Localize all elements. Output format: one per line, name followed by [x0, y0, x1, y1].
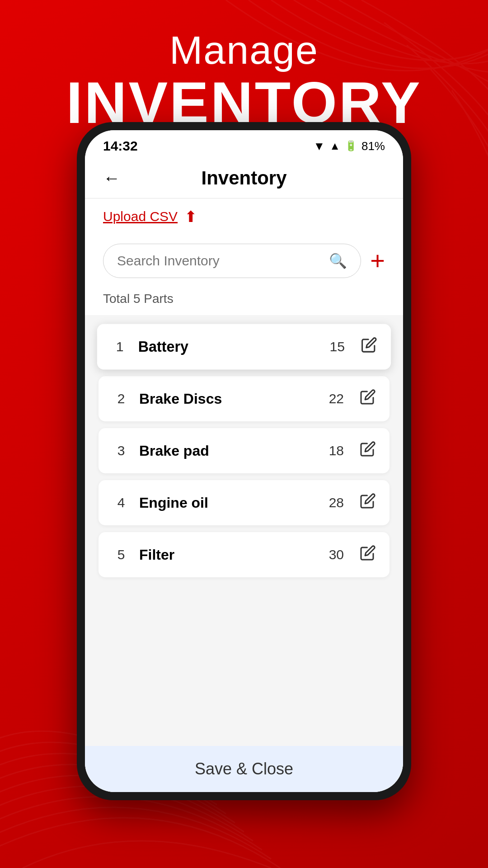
phone-screen: 14:32 ▼ ▲ 🔋 81% ← Inventory Upload CSV ⬆ — [85, 130, 403, 792]
manage-text: Manage — [0, 27, 488, 73]
item-count-4: 28 — [329, 495, 344, 510]
item-number-2: 2 — [112, 391, 130, 406]
item-count-3: 18 — [329, 443, 344, 458]
inventory-item-2[interactable]: 2 Brake Discs 22 — [99, 376, 389, 421]
save-section: Save & Close — [85, 746, 403, 792]
search-icon: 🔍 — [329, 252, 347, 269]
item-name-1: Battery — [138, 338, 321, 355]
item-name-3: Brake pad — [139, 443, 320, 459]
add-item-button[interactable]: + — [370, 248, 385, 274]
header-section: Manage INVENTORY — [0, 0, 488, 132]
item-number-1: 1 — [111, 339, 129, 354]
status-time: 14:32 — [103, 138, 138, 154]
item-number-4: 4 — [112, 495, 130, 510]
item-number-3: 3 — [112, 443, 130, 458]
inventory-item-1[interactable]: 1 Battery 15 — [97, 324, 391, 370]
inventory-item-3[interactable]: 3 Brake pad 18 — [99, 428, 389, 473]
edit-icon-1[interactable] — [361, 337, 377, 357]
item-count-2: 22 — [329, 391, 344, 406]
status-icons: ▼ ▲ 🔋 81% — [313, 139, 385, 153]
item-name-5: Filter — [139, 547, 320, 563]
app-title: Inventory — [201, 167, 286, 189]
search-input[interactable] — [117, 253, 322, 269]
back-button[interactable]: ← — [103, 169, 120, 188]
app-content: Upload CSV ⬆ 🔍 + Total 5 Parts 1 — [85, 198, 403, 792]
battery-text: 81% — [361, 139, 385, 153]
item-count-1: 15 — [330, 339, 345, 354]
item-name-2: Brake Discs — [139, 391, 320, 407]
inventory-list: 1 Battery 15 2 Brake Discs 22 — [85, 315, 403, 746]
signal-icon: ▲ — [329, 140, 340, 152]
inventory-item-4[interactable]: 4 Engine oil 28 — [99, 480, 389, 525]
search-section: 🔍 + — [85, 235, 403, 287]
phone-frame: 14:32 ▼ ▲ 🔋 81% ← Inventory Upload CSV ⬆ — [77, 122, 411, 800]
edit-icon-5[interactable] — [360, 545, 376, 565]
edit-icon-4[interactable] — [360, 493, 376, 513]
item-count-5: 30 — [329, 547, 344, 562]
total-section: Total 5 Parts — [85, 287, 403, 315]
upload-section: Upload CSV ⬆ — [85, 198, 403, 235]
status-bar: 14:32 ▼ ▲ 🔋 81% — [85, 130, 403, 158]
save-close-button[interactable]: Save & Close — [195, 760, 293, 778]
search-input-container: 🔍 — [103, 244, 361, 278]
upload-icon[interactable]: ⬆ — [184, 208, 197, 226]
app-header: ← Inventory — [85, 158, 403, 198]
upload-csv-link[interactable]: Upload CSV — [103, 209, 178, 224]
battery-icon: 🔋 — [345, 140, 357, 152]
total-parts-text: Total 5 Parts — [103, 292, 174, 306]
item-name-4: Engine oil — [139, 495, 320, 511]
edit-icon-3[interactable] — [360, 441, 376, 461]
wifi-icon: ▼ — [313, 139, 325, 153]
edit-icon-2[interactable] — [360, 389, 376, 409]
inventory-item-5[interactable]: 5 Filter 30 — [99, 532, 389, 577]
item-number-5: 5 — [112, 547, 130, 562]
